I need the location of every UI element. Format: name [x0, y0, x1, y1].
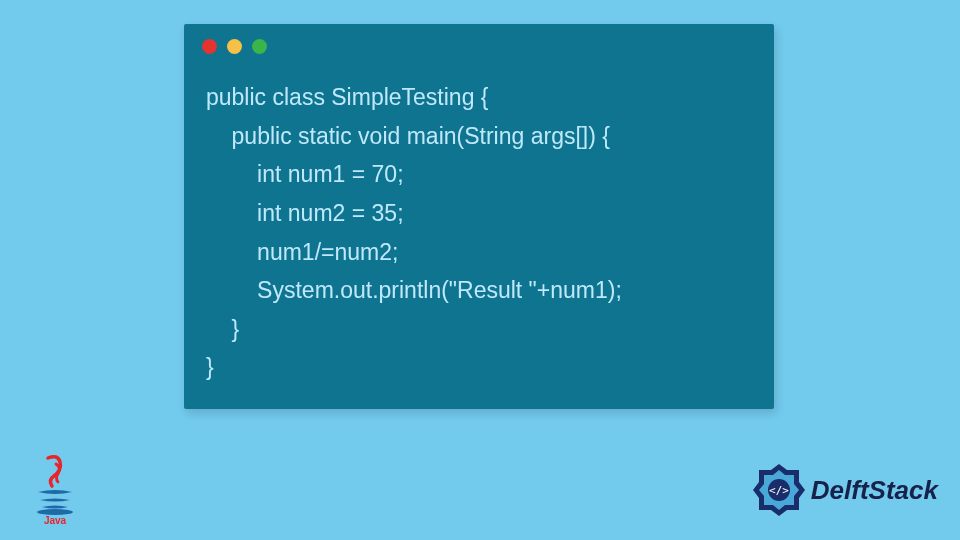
svg-text:</>: </> — [769, 484, 789, 497]
delftstack-icon: </> — [751, 462, 807, 518]
code-line: public class SimpleTesting { — [206, 78, 752, 117]
delftstack-label: DelftStack — [811, 475, 938, 506]
java-logo-icon: Java — [28, 452, 82, 526]
code-line: int num2 = 35; — [206, 194, 752, 233]
minimize-icon — [227, 39, 242, 54]
close-icon — [202, 39, 217, 54]
code-line: int num1 = 70; — [206, 155, 752, 194]
code-line: num1/=num2; — [206, 233, 752, 272]
code-window: public class SimpleTesting { public stat… — [184, 24, 774, 409]
delftstack-logo: </> DelftStack — [751, 462, 938, 518]
code-line: System.out.println("Result "+num1); — [206, 271, 752, 310]
code-line: public static void main(String args[]) { — [206, 117, 752, 156]
code-line: } — [206, 310, 752, 349]
window-titlebar — [184, 24, 774, 68]
svg-text:Java: Java — [44, 515, 67, 526]
maximize-icon — [252, 39, 267, 54]
code-line: } — [206, 348, 752, 387]
code-body: public class SimpleTesting { public stat… — [184, 68, 774, 409]
